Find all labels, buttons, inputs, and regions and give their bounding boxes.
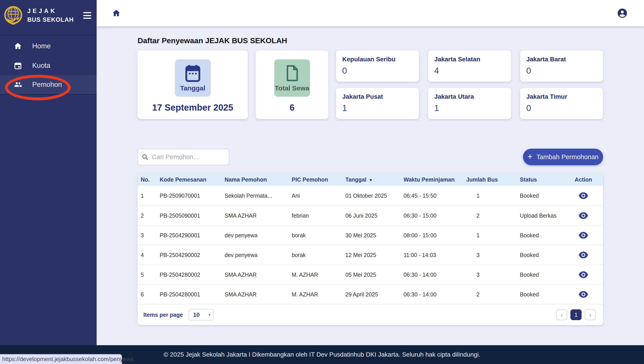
cell-waktu-peminjaman: 06:45 - 15:50 [400,193,463,199]
search-input[interactable] [152,153,225,161]
region-name: Jakarta Timur [526,93,597,100]
eye-icon [578,271,588,278]
footer-copyright: © 2025 Jejak Sekolah Jakarta I Dikembang… [164,351,480,358]
cell-nama-pemohon: dev penyewa [222,232,288,239]
cell-pic-pemohon: M. AZHAR [288,271,342,278]
tambah-permohonan-button[interactable]: + Tambah Permohonan [523,149,603,165]
region-card-kepulauan-seribu: Kepulauan Seribu 0 [336,50,419,82]
cell-no: 6 [138,291,156,298]
search-icon [142,153,148,161]
cell-waktu-peminjaman: 08:00 - 15:00 [400,232,463,239]
cell-action [564,232,603,239]
region-name: Jakarta Utara [434,93,505,100]
sidebar-nav: Home Kuota Pemohon [0,36,97,95]
col-no: No. [138,176,156,183]
sidebar-item-home[interactable]: Home [0,36,97,56]
brand-title: JEJAK BUS SEKOLAH [27,8,83,23]
cell-jumlah-bus: 2 [463,291,517,298]
region-name: Jakarta Pusat [342,93,413,100]
eye-icon [578,192,588,199]
cell-action [564,271,603,278]
current-date-value: 17 September 2025 [138,103,248,113]
region-name: Jakarta Barat [526,56,597,63]
cell-no: 4 [138,252,156,258]
home-icon [13,41,23,51]
region-card-jakarta-timur: Jakarta Timur 0 [520,88,603,119]
sidebar-divider [0,35,97,35]
total-card-label: Total Sewa [275,84,309,92]
topbar [97,0,644,27]
browser-status-bar: https://development.jejakbussekolah.com/… [0,354,122,364]
table-row[interactable]: 4 PB-2504290002 dev penyewa borak 12 Mei… [138,245,603,265]
view-detail-button[interactable] [578,212,588,219]
region-value: 0 [526,66,597,76]
cell-no: 2 [138,212,156,219]
sidebar-item-pemohon[interactable]: Pemohon [0,75,97,95]
table-row[interactable]: 6 PB-2504280001 SMA AZHAR M. AZHAR 29 Ap… [138,284,603,304]
search-box[interactable] [138,149,229,165]
table-row[interactable]: 3 PB-2504290001 dev penyewa borak 30 Mei… [138,225,603,245]
region-card-jakarta-utara: Jakarta Utara 1 [428,88,511,119]
view-detail-button[interactable] [578,291,588,298]
region-card-jakarta-barat: Jakarta Barat 0 [520,50,603,82]
view-detail-button[interactable] [578,232,588,239]
cell-kode-pemesanan: PB-2504280002 [156,271,222,278]
cell-kode-pemesanan: PB-2505090001 [156,212,222,219]
eye-icon [578,291,588,298]
next-page-button[interactable]: › [585,309,596,320]
cell-status: Booked [517,252,564,258]
sort-desc-icon[interactable]: ▼ [369,178,373,182]
total-iconbox: Total Sewa [274,59,310,97]
cell-action [564,212,603,219]
col-tanggal[interactable]: Tanggal▼ [342,176,400,183]
cell-kode-pemesanan: PB-2504290001 [156,232,222,239]
items-per-page-value: 10 [193,311,200,318]
cell-action [564,192,603,199]
brand-line2: BUS SEKOLAH [27,16,83,23]
region-name: Kepulauan Seribu [342,56,413,63]
status-url: https://development.jejakbussekolah.com/… [2,356,134,363]
cell-waktu-peminjaman: 06:30 - 14:00 [400,291,463,298]
table-row[interactable]: 5 PB-2504280002 SMA AZHAR M. AZHAR 05 Me… [138,265,603,284]
region-value: 0 [526,103,597,113]
cell-jumlah-bus: 1 [463,193,517,199]
eye-icon [578,212,588,219]
cell-nama-pemohon: Sekolah Permata... [222,193,288,199]
menu-toggle-icon[interactable] [83,12,91,19]
date-iconbox: Tanggal [175,59,211,97]
cell-status: Booked [517,193,564,199]
plus-icon: + [528,152,532,161]
view-detail-button[interactable] [578,192,588,199]
col-jumlah: Jumlah Bus [463,176,517,183]
cell-jumlah-bus: 2 [463,212,517,219]
view-detail-button[interactable] [578,251,588,259]
region-cards: Kepulauan Seribu 0 Jakarta Selatan 4 Jak… [336,50,603,119]
table-row[interactable]: 1 PB-2509070001 Sekolah Permata... Ani 0… [138,186,603,205]
prev-page-button[interactable]: ‹ [556,309,567,320]
sidebar: JEJAK BUS SEKOLAH Home Kuota [0,0,97,345]
cell-no: 3 [138,232,156,239]
region-card-jakarta-pusat: Jakarta Pusat 1 [336,88,419,119]
total-sewa-card: Total Sewa 6 [256,50,328,119]
account-button[interactable] [617,8,628,19]
cell-jumlah-bus: 3 [463,271,517,278]
cell-kode-pemesanan: PB-2504280001 [156,291,222,298]
items-per-page-select[interactable]: 10 ▾ [188,309,214,320]
total-sewa-value: 6 [256,103,328,113]
region-card-jakarta-selatan: Jakarta Selatan 4 [428,50,511,82]
cell-jumlah-bus: 3 [463,252,517,258]
cell-status: Upload Berkas [517,212,564,219]
region-name: Jakarta Selatan [434,56,505,63]
page-title: Daftar Penyewaan JEJAK BUS SEKOLAH [138,36,287,45]
region-value: 1 [342,103,413,113]
cell-tanggal: 01 Oktober 2025 [342,193,400,199]
current-page-button[interactable]: 1 [570,309,582,320]
breadcrumb-home-button[interactable] [112,9,121,18]
cell-waktu-peminjaman: 11:00 - 14:03 [400,252,463,258]
table-row[interactable]: 2 PB-2505090001 SMA AZHAR febrian 06 Jun… [138,205,603,225]
add-button-label: Tambah Permohonan [536,153,598,161]
pagination: ‹ 1 › [556,309,596,320]
view-detail-button[interactable] [578,271,588,278]
sidebar-item-kuota[interactable]: Kuota [0,56,97,75]
region-value: 4 [434,66,505,76]
